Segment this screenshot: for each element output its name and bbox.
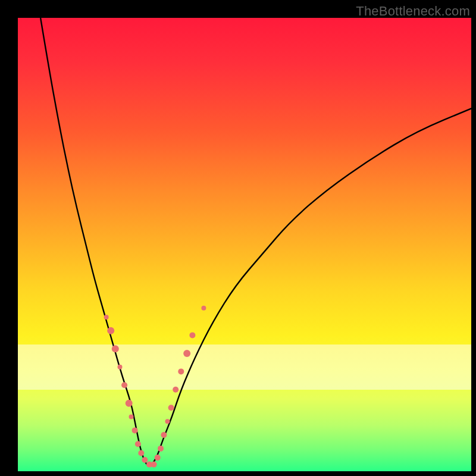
data-marker [135,441,141,447]
data-marker [107,327,114,334]
data-marker [201,306,206,311]
data-marker [165,419,170,424]
data-marker [168,405,174,411]
data-marker [132,427,138,433]
data-marker [129,415,134,419]
data-markers [104,306,206,468]
data-marker [121,382,127,388]
data-marker [104,315,109,320]
data-marker [189,332,195,338]
data-marker [155,455,161,461]
data-marker [161,432,167,438]
plot-area [18,18,471,471]
data-marker [173,387,178,393]
data-marker [151,462,157,468]
data-marker [126,400,133,407]
bottleneck-curve [40,18,471,466]
data-marker [112,345,119,352]
data-marker [158,446,164,452]
data-marker [142,457,148,463]
chart-frame: TheBottleneck.com [0,0,476,476]
data-marker [118,365,123,369]
watermark-text: TheBottleneck.com [356,4,470,19]
curve-layer [18,18,471,471]
data-marker [178,368,184,374]
data-marker [183,350,190,357]
data-marker [138,450,144,456]
